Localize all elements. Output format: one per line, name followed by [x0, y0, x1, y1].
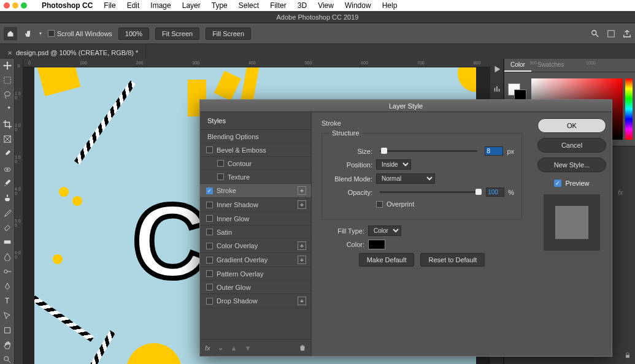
style-item-color-overlay[interactable]: Color Overlay+ [200, 239, 311, 253]
lasso-tool[interactable] [2, 91, 13, 99]
tool-dropdown-icon[interactable]: ▾ [39, 31, 42, 36]
menu-filter[interactable]: Filter [270, 1, 287, 10]
style-item-gradient-overlay[interactable]: Gradient Overlay+ [200, 253, 311, 267]
share-icon[interactable] [623, 29, 631, 38]
color-swatch[interactable] [368, 240, 385, 249]
position-select[interactable]: Inside [376, 159, 411, 170]
fill-screen-button[interactable]: Fill Screen [206, 28, 251, 40]
scroll-all-checkbox[interactable]: Scroll All Windows [48, 30, 112, 37]
menu-image[interactable]: Image [150, 1, 171, 10]
opacity-input[interactable] [486, 188, 504, 197]
checkbox-icon[interactable] [206, 257, 213, 264]
checkbox-icon[interactable] [206, 202, 213, 208]
brush-tool[interactable] [2, 179, 13, 188]
zoom-level-button[interactable]: 100% [118, 28, 149, 40]
blendmode-select[interactable]: Normal [376, 173, 435, 184]
clone-tool[interactable] [2, 194, 13, 202]
fit-screen-button[interactable]: Fit Screen [155, 28, 199, 40]
style-item-contour[interactable]: Contour [200, 157, 311, 170]
arrow-down-icon[interactable]: ▼ [244, 344, 251, 352]
opacity-slider[interactable] [380, 191, 479, 193]
eraser-tool[interactable] [2, 223, 13, 232]
dodge-tool[interactable] [2, 267, 13, 276]
filltype-select[interactable]: Color [368, 226, 401, 236]
healing-tool[interactable] [2, 164, 13, 173]
minimize-window-icon[interactable] [12, 2, 18, 9]
add-effect-icon[interactable]: + [298, 297, 306, 305]
blur-tool[interactable] [2, 252, 13, 261]
close-tab-icon[interactable]: ✕ [7, 50, 12, 56]
home-button[interactable] [4, 27, 17, 40]
cancel-button[interactable]: Cancel [537, 138, 606, 153]
checkbox-icon[interactable] [206, 229, 213, 235]
gradient-tool[interactable] [2, 238, 13, 246]
menu-edit[interactable]: Edit [127, 1, 140, 10]
magic-wand-tool[interactable] [2, 105, 13, 114]
menu-window[interactable]: Window [345, 1, 371, 10]
menu-file[interactable]: File [104, 1, 115, 10]
hand-tool-icon[interactable] [23, 28, 33, 39]
style-item-outer-glow[interactable]: Outer Glow [200, 281, 311, 294]
shape-tool[interactable] [2, 326, 13, 335]
fx-menu-icon[interactable]: fx [205, 344, 210, 352]
move-tool[interactable] [2, 61, 13, 70]
play-icon[interactable] [493, 65, 501, 76]
checkbox-icon[interactable] [206, 215, 213, 222]
menu-select[interactable]: Select [239, 1, 259, 10]
style-item-inner-glow[interactable]: Inner Glow [200, 212, 311, 226]
hue-slider[interactable] [625, 78, 633, 140]
add-effect-icon[interactable]: + [298, 256, 306, 264]
pen-tool[interactable] [2, 282, 13, 290]
history-brush-tool[interactable] [2, 208, 13, 217]
menu-3d[interactable]: 3D [298, 1, 307, 10]
path-tool[interactable] [2, 311, 13, 320]
preview-checkbox[interactable]: Preview [554, 180, 589, 187]
crop-tool[interactable] [2, 120, 13, 129]
frame-tool[interactable] [2, 135, 13, 143]
hand-tool[interactable] [2, 341, 13, 349]
menu-help[interactable]: Help [382, 1, 398, 10]
style-item-texture[interactable]: Texture [200, 170, 311, 184]
trash-icon[interactable] [299, 344, 306, 352]
document-tab[interactable]: ✕ design.psd @ 100% (CREATE, RGB/8) * [0, 47, 146, 59]
size-input[interactable] [485, 146, 503, 156]
style-item-blending-options[interactable]: Blending Options [200, 130, 311, 143]
style-item-stroke[interactable]: Stroke+ [200, 184, 311, 198]
menu-view[interactable]: View [318, 1, 334, 10]
lock-icon[interactable] [624, 352, 631, 360]
overprint-checkbox[interactable] [376, 201, 383, 208]
new-style-button[interactable]: New Style... [537, 157, 606, 172]
checkbox-icon[interactable] [206, 146, 213, 153]
close-window-icon[interactable] [4, 2, 10, 9]
eyedropper-tool[interactable] [2, 150, 13, 158]
style-item-inner-shadow[interactable]: Inner Shadow+ [200, 198, 311, 212]
zoom-tool[interactable] [2, 355, 13, 364]
tab-color[interactable]: Color [504, 59, 531, 72]
checkbox-icon[interactable] [206, 243, 213, 249]
style-item-pattern-overlay[interactable]: Pattern Overlay [200, 267, 311, 281]
style-item-satin[interactable]: Satin [200, 226, 311, 239]
type-tool[interactable]: T [2, 297, 13, 305]
app-name[interactable]: Photoshop CC [42, 1, 93, 10]
tab-swatches[interactable]: Swatches [531, 59, 570, 72]
reset-default-button[interactable]: Reset to Default [420, 253, 485, 267]
arrow-up-icon[interactable]: ▲ [231, 344, 237, 352]
zoom-window-icon[interactable] [21, 2, 27, 9]
checkbox-icon[interactable] [206, 298, 213, 305]
chevron-down-icon[interactable]: ⌄ [218, 344, 223, 352]
menu-type[interactable]: Type [212, 1, 228, 10]
add-effect-icon[interactable]: + [298, 241, 306, 250]
checkbox-icon[interactable] [217, 160, 224, 167]
checkbox-icon[interactable] [206, 188, 213, 194]
checkbox-icon[interactable] [206, 270, 213, 277]
size-slider[interactable] [380, 150, 477, 152]
history-icon[interactable] [493, 85, 501, 96]
add-effect-icon[interactable]: + [298, 186, 306, 195]
style-item-bevel-emboss[interactable]: Bevel & Emboss [200, 143, 311, 157]
style-item-drop-shadow[interactable]: Drop Shadow+ [200, 294, 311, 308]
ok-button[interactable]: OK [537, 118, 606, 133]
add-effect-icon[interactable]: + [298, 200, 306, 209]
checkbox-icon[interactable] [206, 284, 213, 290]
menu-layer[interactable]: Layer [182, 1, 201, 10]
checkbox-icon[interactable] [217, 173, 224, 180]
